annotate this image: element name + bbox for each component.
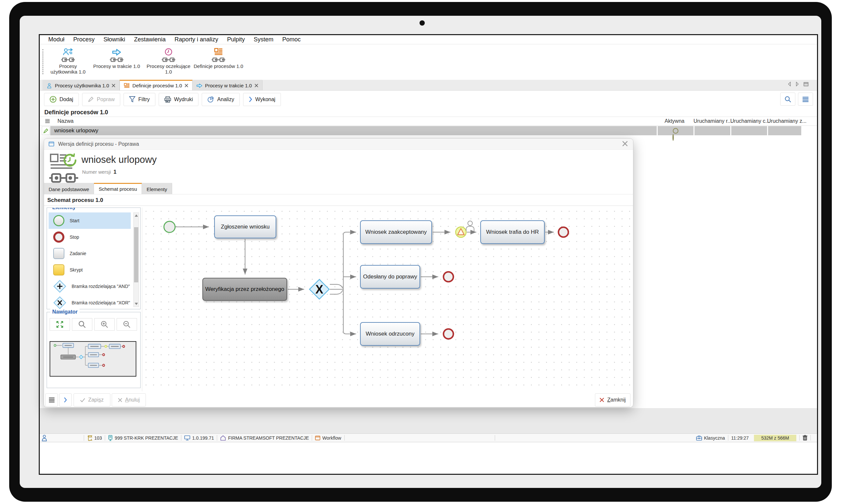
zoom-out-button[interactable] [117, 318, 137, 331]
launcher-definicje-procesow[interactable]: Definicje procesów 1.0 [193, 44, 243, 69]
tab-strip: Procesy użytkownika 1.0 Definicje proces… [40, 80, 817, 91]
search-button[interactable] [780, 93, 795, 106]
prints-label: Wydruki [174, 96, 193, 103]
diagram-minimap[interactable] [50, 341, 136, 377]
tab-procesy-w-trakcie[interactable]: Procesy w trakcie 1.0 [193, 80, 262, 90]
palette-item-skrypt[interactable]: Skrypt [49, 262, 131, 278]
schema-section-title: Schemat procesu 1.0 [47, 197, 103, 203]
menu-system[interactable]: System [253, 36, 273, 43]
zoom-in-button[interactable] [94, 318, 115, 331]
start-node[interactable] [164, 221, 175, 232]
cell-uruchamiany-r [695, 126, 730, 135]
palette-item-zadanie[interactable]: Zadanie [49, 245, 131, 262]
menu-procesy[interactable]: Procesy [73, 36, 94, 43]
filters-button[interactable]: Filtry [124, 93, 155, 106]
close-icon[interactable] [112, 84, 115, 87]
column-uruchamiany-r[interactable]: Uruchamiany r... [694, 118, 732, 124]
launcher-item-label: Procesy użytkownika 1.0 [46, 64, 90, 74]
scroll-up-icon[interactable] [135, 214, 138, 217]
close-icon[interactable] [185, 84, 188, 87]
palette-item-xor-gateway[interactable]: Bramka rozdzielająca "XOR" [49, 294, 131, 309]
menu-pulpity[interactable]: Pulpity [227, 36, 245, 43]
end-node-2[interactable] [443, 272, 453, 282]
footer-menu-button[interactable] [45, 393, 58, 407]
node-zgloszenie-wniosku[interactable]: Zgłoszenie wniosku [214, 215, 276, 238]
tab-label: Procesy użytkownika 1.0 [55, 83, 109, 88]
execute-button[interactable]: Wykonaj [243, 93, 281, 106]
palette-scrollbar[interactable] [134, 213, 139, 307]
dialog-title-bar[interactable]: Wersja definicji procesu - Poprawa [44, 139, 633, 150]
node-odeslany-do-poprawy[interactable]: Odesłany do poprawy [360, 265, 420, 289]
end-node-3[interactable] [443, 329, 453, 339]
launcher-toolbar: Procesy użytkownika 1.0 Procesy w trakci… [40, 44, 817, 79]
node-wniosek-trafia-do-hr[interactable]: Wniosek trafia do HR [480, 220, 545, 244]
analyses-button[interactable]: Analizy [202, 93, 240, 106]
status-theme[interactable]: Klasyczna [696, 435, 725, 440]
launcher-procesy-w-trakcie[interactable]: Procesy w trakcie 1.0 [90, 44, 143, 69]
end-node-1[interactable] [559, 227, 568, 237]
status-memory[interactable]: 532M z 566M [754, 435, 796, 441]
palette-item-stop[interactable]: Stop [49, 229, 131, 245]
xor-gateway-node[interactable]: X [310, 280, 329, 299]
tab-definicje-procesow[interactable]: Definicje procesów 1.0 [120, 80, 193, 90]
toolbar-grip[interactable] [42, 49, 43, 74]
edit-button[interactable]: Popraw [82, 93, 120, 106]
node-wniosek-odrzucony[interactable]: Wniosek odrzucony [360, 322, 420, 346]
tab-next-icon[interactable] [796, 82, 799, 86]
table-row-2-aktywna[interactable] [672, 134, 674, 141]
save-button[interactable]: Zapisz [74, 393, 110, 407]
zoom-search-button[interactable] [72, 318, 92, 331]
column-menu-icon[interactable] [45, 119, 50, 123]
palette-title: Elementy [50, 208, 77, 211]
user-icon [42, 435, 47, 441]
close-icon[interactable] [255, 84, 258, 87]
menu-pomoc[interactable]: Pomoc [282, 36, 301, 43]
menu-modul[interactable]: Moduł [48, 36, 64, 43]
column-aktywna[interactable]: Aktywna [665, 118, 684, 124]
trash-icon[interactable] [803, 435, 807, 440]
tab-dane-podstawowe[interactable]: Dane podstawowe [44, 183, 94, 194]
process-version-icon [49, 153, 79, 185]
palette-item-and-gateway[interactable]: Bramka rozdzielająca "AND" [49, 278, 131, 294]
cancel-button[interactable]: Anuluj [112, 393, 146, 407]
menu-slowniki[interactable]: Słowniki [104, 36, 125, 43]
tab-elementy[interactable]: Elementy [142, 183, 172, 194]
column-uruchamiany-z[interactable]: Uruchamiany z... [767, 118, 806, 124]
scroll-thumb[interactable] [134, 227, 138, 282]
prints-button[interactable]: Wydruki [159, 93, 199, 106]
palette-item-start[interactable]: Start [49, 213, 131, 229]
chain-links-icon [110, 57, 124, 62]
tab-procesy-uzytkownika[interactable]: Procesy użytkownika 1.0 [42, 80, 120, 90]
launcher-procesy-uzytkownika[interactable]: Procesy użytkownika 1.0 [46, 44, 90, 74]
camera-dot [420, 20, 425, 25]
footer-expand-button[interactable] [59, 393, 72, 407]
column-uruchamiany-c[interactable]: Uruchamiany c... [730, 118, 770, 124]
add-button[interactable]: Dodaj [44, 93, 79, 106]
tab-schemat-procesu[interactable]: Schemat procesu [94, 183, 142, 194]
status-module: Workflow [315, 435, 341, 440]
process-version-dialog: Wersja definicji procesu - Poprawa [44, 138, 633, 408]
table-row-selected[interactable]: wniosek urlopowy [40, 126, 817, 135]
menu-zestawienia[interactable]: Zestawienia [134, 36, 165, 43]
execute-label: Wykonaj [255, 96, 275, 103]
grid-menu-button[interactable] [798, 93, 813, 106]
navigator-panel: Nawigator [47, 312, 141, 388]
tab-prev-icon[interactable] [788, 82, 791, 86]
node-wniosek-zaakceptowany[interactable]: Wniosek zaakceptowany [360, 220, 432, 244]
scroll-down-icon[interactable] [135, 303, 138, 305]
intermediate-event-node[interactable] [456, 227, 466, 237]
palette-panel: Elementy Start Stop Zadanie Skrypt Bramk… [47, 208, 141, 309]
row-edit-icon[interactable] [42, 126, 50, 135]
menu-raporty[interactable]: Raporty i analizy [174, 36, 218, 43]
diagram-canvas[interactable]: X Zgłoszenie wniosku Weryfikacja przez p… [142, 208, 632, 391]
launcher-procesy-oczekujace[interactable]: Procesy oczekujące 1.0 [143, 44, 193, 74]
column-nazwa[interactable]: Nazwa [57, 118, 74, 124]
cell-uruchamiany-z [768, 126, 801, 135]
dialog-close-icon[interactable] [622, 141, 628, 146]
tab-list-icon[interactable] [804, 82, 808, 86]
fit-view-button[interactable] [50, 318, 70, 331]
close-dialog-button[interactable]: Zamknij [595, 393, 630, 407]
dialog-footer: Zapisz Anuluj Zamknij [44, 393, 633, 408]
arrow-process-icon [112, 46, 121, 56]
node-weryfikacja[interactable]: Weryfikacja przez przełożonego [203, 278, 287, 301]
